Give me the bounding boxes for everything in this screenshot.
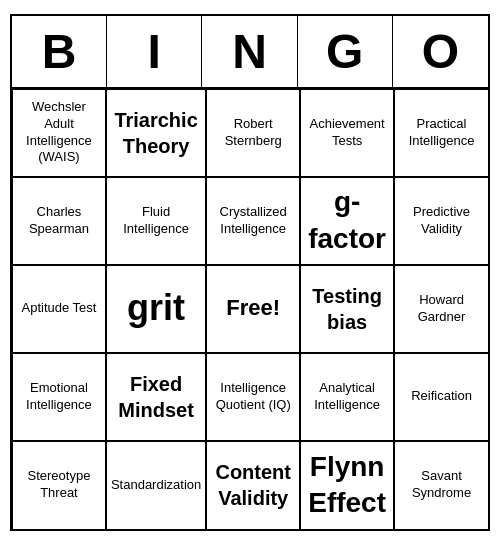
cell-text-1: Triarchic Theory	[111, 94, 201, 172]
bingo-cell-20: Stereotype Threat	[12, 441, 106, 529]
cell-text-22: Content Validity	[211, 446, 295, 525]
cell-text-17: Intelligence Quotient (IQ)	[211, 358, 295, 436]
cell-text-20: Stereotype Threat	[17, 446, 101, 525]
bingo-cell-4: Practical Intelligence	[394, 89, 488, 177]
bingo-cell-9: Predictive Validity	[394, 177, 488, 265]
cell-text-9: Predictive Validity	[399, 182, 484, 260]
bingo-cell-17: Intelligence Quotient (IQ)	[206, 353, 300, 441]
bingo-cell-19: Reification	[394, 353, 488, 441]
bingo-cell-10: Aptitude Test	[12, 265, 106, 353]
bingo-cell-14: Howard Gardner	[394, 265, 488, 353]
bingo-letter-g: G	[298, 16, 393, 87]
bingo-cell-2: Robert Sternberg	[206, 89, 300, 177]
cell-text-21: Standardization	[111, 446, 201, 525]
bingo-cell-15: Emotional Intelligence	[12, 353, 106, 441]
bingo-cell-16: Fixed Mindset	[106, 353, 206, 441]
bingo-cell-1: Triarchic Theory	[106, 89, 206, 177]
bingo-card: BINGO Wechsler Adult Intelligence (WAIS)…	[10, 14, 490, 531]
cell-text-5: Charles Spearman	[17, 182, 101, 260]
bingo-letter-o: O	[393, 16, 488, 87]
cell-text-2: Robert Sternberg	[211, 94, 295, 172]
cell-text-7: Crystallized Intelligence	[211, 182, 295, 260]
cell-text-23: Flynn Effect	[305, 446, 389, 525]
bingo-cell-11: grit	[106, 265, 206, 353]
bingo-cell-6: Fluid Intelligence	[106, 177, 206, 265]
bingo-cell-21: Standardization	[106, 441, 206, 529]
bingo-cell-3: Achievement Tests	[300, 89, 394, 177]
cell-text-6: Fluid Intelligence	[111, 182, 201, 260]
cell-text-12: Free!	[211, 270, 295, 348]
bingo-letter-i: I	[107, 16, 202, 87]
bingo-cell-22: Content Validity	[206, 441, 300, 529]
cell-text-14: Howard Gardner	[399, 270, 484, 348]
cell-text-11: grit	[111, 270, 201, 348]
cell-text-15: Emotional Intelligence	[17, 358, 101, 436]
cell-text-19: Reification	[399, 358, 484, 436]
bingo-cell-24: Savant Syndrome	[394, 441, 488, 529]
cell-text-18: Analytical Intelligence	[305, 358, 389, 436]
cell-text-3: Achievement Tests	[305, 94, 389, 172]
bingo-cell-23: Flynn Effect	[300, 441, 394, 529]
bingo-header: BINGO	[12, 16, 488, 89]
cell-text-24: Savant Syndrome	[399, 446, 484, 525]
cell-text-4: Practical Intelligence	[399, 94, 484, 172]
cell-text-0: Wechsler Adult Intelligence (WAIS)	[17, 94, 101, 172]
cell-text-10: Aptitude Test	[17, 270, 101, 348]
bingo-cell-7: Crystallized Intelligence	[206, 177, 300, 265]
bingo-cell-5: Charles Spearman	[12, 177, 106, 265]
bingo-cell-18: Analytical Intelligence	[300, 353, 394, 441]
bingo-cell-0: Wechsler Adult Intelligence (WAIS)	[12, 89, 106, 177]
bingo-cell-13: Testing bias	[300, 265, 394, 353]
cell-text-13: Testing bias	[305, 270, 389, 348]
cell-text-8: g-factor	[305, 182, 389, 260]
bingo-cell-12: Free!	[206, 265, 300, 353]
cell-text-16: Fixed Mindset	[111, 358, 201, 436]
bingo-cell-8: g-factor	[300, 177, 394, 265]
bingo-letter-b: B	[12, 16, 107, 87]
bingo-letter-n: N	[202, 16, 297, 87]
bingo-grid: Wechsler Adult Intelligence (WAIS)Triarc…	[12, 89, 488, 529]
